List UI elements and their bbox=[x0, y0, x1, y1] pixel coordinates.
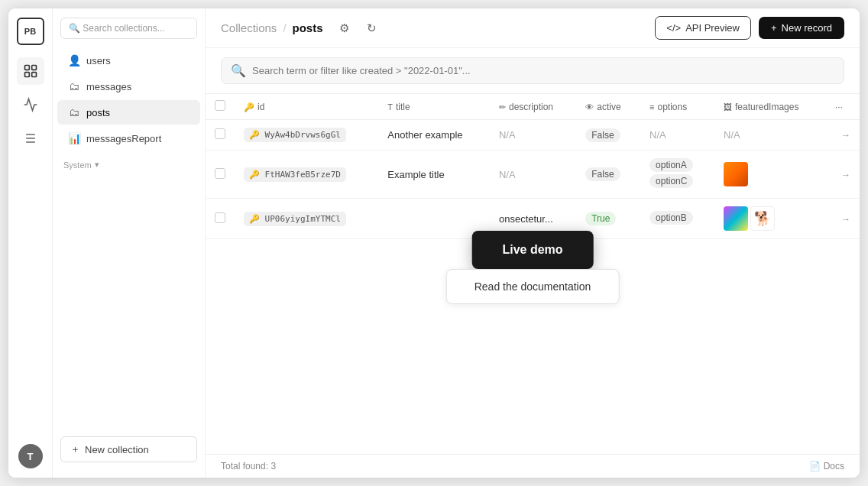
image-group: 🐕 bbox=[724, 206, 817, 231]
system-section[interactable]: System ▾ bbox=[53, 152, 205, 173]
collections-rail-icon[interactable] bbox=[17, 57, 44, 85]
cell-active: False bbox=[576, 120, 640, 151]
live-demo-tooltip[interactable]: Live demo bbox=[471, 231, 593, 269]
user-avatar[interactable]: T bbox=[18, 444, 43, 468]
row-arrow[interactable]: → bbox=[826, 199, 860, 239]
main-footer: Total found: 3 📄 Docs bbox=[206, 454, 860, 478]
folder-icon-posts: 🗂 bbox=[68, 106, 80, 118]
breadcrumb: Collections / posts bbox=[221, 21, 323, 34]
api-preview-button[interactable]: </> API Preview bbox=[655, 16, 751, 40]
cell-title: Example title bbox=[378, 151, 490, 199]
code-icon: </> bbox=[666, 22, 681, 34]
th-active[interactable]: 👁active bbox=[576, 94, 640, 120]
header-actions: </> API Preview + New record bbox=[655, 16, 844, 40]
row-checkbox[interactable] bbox=[215, 128, 225, 139]
search-input[interactable] bbox=[252, 65, 834, 76]
breadcrumb-root[interactable]: Collections bbox=[221, 21, 277, 34]
row-checkbox[interactable] bbox=[215, 168, 225, 179]
image-group bbox=[724, 162, 817, 186]
header-checkbox[interactable] bbox=[215, 100, 225, 111]
records-table: 🔑id Ttitle ✏description 👁active ≡options… bbox=[206, 94, 860, 239]
svg-rect-0 bbox=[24, 66, 29, 70]
settings-rail-icon[interactable] bbox=[17, 125, 44, 152]
tooltip-overlay: Live demo Read the documentation bbox=[446, 231, 620, 304]
th-checkbox bbox=[206, 94, 235, 120]
plus-icon: ＋ bbox=[70, 442, 80, 456]
cell-options: N/A bbox=[640, 120, 714, 151]
main-header: Collections / posts ⚙ ↻ </> API Preview … bbox=[206, 8, 860, 48]
cell-id: 🔑 WyAw4bDrvws6gGl bbox=[235, 120, 378, 151]
total-found: Total found: 3 bbox=[221, 461, 276, 471]
cell-options: optionB bbox=[640, 199, 714, 239]
new-collection-button[interactable]: ＋ New collection bbox=[60, 436, 197, 462]
search-bar-wrap: 🔍 bbox=[206, 48, 860, 94]
th-description[interactable]: ✏description bbox=[490, 94, 576, 120]
table-header-row: 🔑id Ttitle ✏description 👁active ≡options… bbox=[206, 94, 860, 120]
row-arrow[interactable]: → bbox=[826, 120, 860, 151]
cell-id: 🔑 UP06yiygImYTMCl bbox=[235, 199, 378, 239]
search-icon: 🔍 bbox=[231, 63, 246, 78]
plus-icon: + bbox=[771, 22, 777, 34]
th-more[interactable]: ··· bbox=[826, 94, 860, 120]
table-icon: 📊 bbox=[68, 132, 80, 144]
cell-options: optionA optionC bbox=[640, 151, 714, 199]
cell-featuredimages bbox=[714, 151, 826, 199]
sidebar-item-messages[interactable]: 🗂 messages bbox=[57, 74, 200, 99]
refresh-icon[interactable]: ↻ bbox=[361, 18, 383, 39]
docs-icon: 📄 bbox=[809, 461, 821, 471]
main-content: Collections / posts ⚙ ↻ </> API Preview … bbox=[206, 8, 860, 478]
cell-description: N/A bbox=[490, 120, 576, 151]
docs-link[interactable]: 📄 Docs bbox=[809, 461, 844, 471]
image-thumb-white: 🐕 bbox=[750, 206, 775, 231]
sidebar-item-messagesreport[interactable]: 📊 messagesReport bbox=[57, 126, 200, 151]
chevron-down-icon: ▾ bbox=[95, 160, 99, 170]
table-row: 🔑 WyAw4bDrvws6gGl Another example N/A Fa… bbox=[206, 120, 860, 151]
sidebar-item-users[interactable]: 👤 users bbox=[57, 48, 200, 73]
cell-active: False bbox=[576, 151, 640, 199]
sidebar-search[interactable]: 🔍 Search collections... bbox=[60, 18, 197, 39]
new-record-button[interactable]: + New record bbox=[759, 17, 844, 39]
th-options[interactable]: ≡options bbox=[640, 94, 714, 120]
cell-featuredimages: 🐕 bbox=[714, 199, 826, 239]
cell-featuredimages: N/A bbox=[714, 120, 826, 151]
sidebar-item-posts[interactable]: 🗂 posts bbox=[57, 100, 200, 125]
table-wrap: 🔑id Ttitle ✏description 👁active ≡options… bbox=[206, 94, 860, 454]
read-docs-tooltip[interactable]: Read the documentation bbox=[446, 269, 620, 304]
svg-rect-2 bbox=[24, 73, 29, 77]
image-thumb bbox=[724, 162, 748, 186]
th-title[interactable]: Ttitle bbox=[378, 94, 490, 120]
row-checkbox[interactable] bbox=[215, 212, 225, 223]
cell-id: 🔑 FtHAW3feB5rze7D bbox=[235, 151, 378, 199]
th-id[interactable]: 🔑id bbox=[235, 94, 378, 120]
icon-rail: PB T bbox=[8, 8, 53, 478]
table-row: 🔑 FtHAW3feB5rze7D Example title N/A Fals… bbox=[206, 151, 860, 199]
cell-description: N/A bbox=[490, 151, 576, 199]
row-arrow[interactable]: → bbox=[826, 151, 860, 199]
svg-rect-1 bbox=[31, 66, 36, 70]
breadcrumb-separator: / bbox=[283, 21, 286, 34]
settings-icon[interactable]: ⚙ bbox=[334, 18, 355, 39]
sidebar: 🔍 Search collections... 👤 users 🗂 messag… bbox=[53, 8, 206, 478]
breadcrumb-current: posts bbox=[293, 21, 323, 34]
search-bar[interactable]: 🔍 bbox=[221, 57, 844, 84]
th-featuredimages[interactable]: 🖼featuredImages bbox=[714, 94, 826, 120]
breadcrumb-icons: ⚙ ↻ bbox=[334, 18, 383, 39]
cell-title: Another example bbox=[378, 120, 490, 151]
svg-rect-3 bbox=[31, 73, 36, 77]
user-icon: 👤 bbox=[68, 54, 80, 66]
folder-icon: 🗂 bbox=[68, 80, 80, 92]
image-thumb-multi bbox=[724, 206, 748, 231]
app-logo[interactable]: PB bbox=[17, 18, 44, 45]
chart-rail-icon[interactable] bbox=[17, 91, 44, 118]
